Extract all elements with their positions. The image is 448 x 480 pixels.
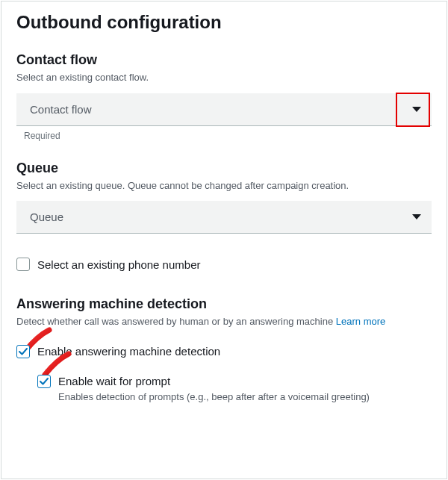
amd-title: Answering machine detection <box>16 296 432 312</box>
contact-flow-title: Contact flow <box>16 52 432 68</box>
learn-more-link[interactable]: Learn more <box>336 316 385 327</box>
enable-wait-for-prompt-label: Enable wait for prompt <box>58 375 170 387</box>
phone-number-section: Select an existing phone number <box>16 258 432 271</box>
queue-title: Queue <box>16 160 432 176</box>
contact-flow-constraint: Required <box>24 131 432 141</box>
enable-amd-checkbox[interactable]: Enable answering machine detection <box>16 345 432 358</box>
contact-flow-desc: Select an existing contact flow. <box>16 71 432 84</box>
checkbox-checked-icon <box>37 375 51 388</box>
checkbox-checked-icon <box>16 345 30 358</box>
select-existing-phone-label: Select an existing phone number <box>37 258 200 271</box>
queue-select[interactable]: Queue <box>16 201 432 234</box>
enable-amd-label: Enable answering machine detection <box>37 345 220 358</box>
amd-desc: Detect whether call was answered by huma… <box>16 315 432 328</box>
queue-select-placeholder: Queue <box>30 211 63 223</box>
queue-section: Queue Select an existing queue. Queue ca… <box>16 160 432 234</box>
enable-wait-for-prompt-checkbox[interactable]: Enable wait for prompt <box>37 375 432 388</box>
contact-flow-select[interactable]: Contact flow <box>16 93 432 126</box>
checkbox-unchecked-icon <box>16 258 30 271</box>
outbound-configuration-panel: Outbound configuration Contact flow Sele… <box>1 1 447 479</box>
enable-wait-for-prompt-sublabel: Enables detection of prompts (e.g., beep… <box>58 391 432 402</box>
select-existing-phone-checkbox[interactable]: Select an existing phone number <box>16 258 432 271</box>
chevron-down-icon <box>412 214 421 219</box>
page-title: Outbound configuration <box>16 12 432 33</box>
chevron-down-icon <box>412 107 421 112</box>
queue-desc: Select an existing queue. Queue cannot b… <box>16 179 432 193</box>
amd-section: Answering machine detection Detect wheth… <box>16 296 432 402</box>
contact-flow-select-placeholder: Contact flow <box>30 103 92 116</box>
contact-flow-section: Contact flow Select an existing contact … <box>16 52 432 141</box>
